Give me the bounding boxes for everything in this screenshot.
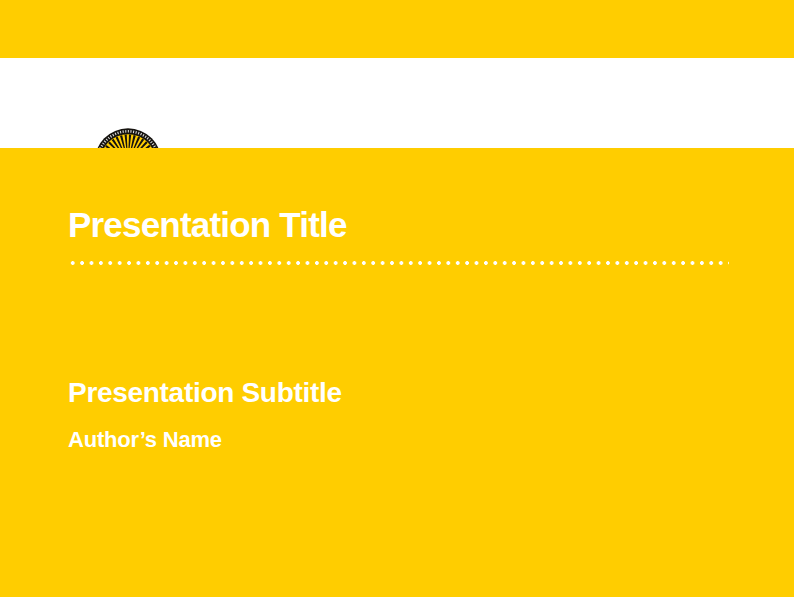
dotted-divider-line (68, 259, 729, 267)
logo-band: Utrecht University (0, 58, 794, 148)
top-yellow-band (0, 0, 794, 58)
presentation-title-slide: Utrecht University Presentation Title Pr… (0, 0, 794, 597)
presentation-subtitle: Presentation Subtitle (68, 376, 342, 409)
presentation-title: Presentation Title (68, 204, 347, 246)
author-name: Author’s Name (68, 426, 222, 453)
